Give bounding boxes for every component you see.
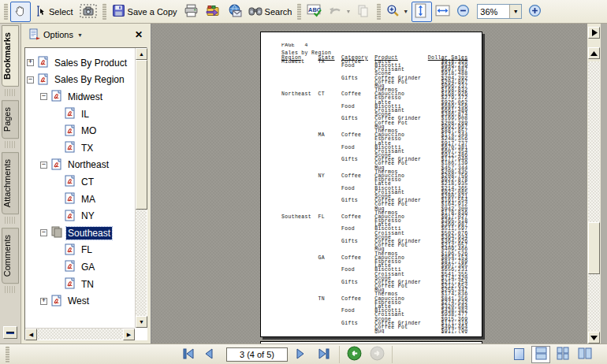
navigation-tabstrip: Bookmarks Pages Attachments Comments	[0, 24, 21, 344]
print-icon	[184, 4, 199, 19]
bookmark-item[interactable]: TX	[25, 139, 135, 157]
bookmark-item[interactable]: −Sales By Region	[25, 72, 135, 89]
bookmark-label[interactable]: TX	[80, 142, 95, 154]
bookmark-item[interactable]: CT	[25, 173, 135, 191]
bookmark-label[interactable]: Sales By Region	[53, 73, 126, 86]
single-page-button[interactable]	[509, 346, 528, 363]
zoom-tool-button[interactable]: ▼	[383, 2, 411, 22]
search-button[interactable]: Search	[245, 2, 296, 22]
undo-button[interactable]: ▼	[325, 2, 354, 22]
pdf-page-icon	[64, 243, 80, 257]
history-forward-icon	[370, 346, 385, 362]
tab-pages[interactable]: Pages	[2, 100, 19, 139]
scroll-left-button[interactable]: ◀	[25, 329, 37, 340]
select-tool-icon	[34, 5, 47, 19]
bookmark-label[interactable]: Midwest	[66, 91, 104, 103]
close-panel-button[interactable]: ✕	[132, 29, 146, 40]
bookmark-item[interactable]: −Northeast	[25, 157, 135, 174]
bookmark-item[interactable]: +Sales By Product	[25, 54, 135, 72]
scroll-down-button[interactable]	[588, 332, 600, 344]
bookmark-item[interactable]: +West	[25, 292, 135, 310]
zoom-out-button[interactable]	[453, 2, 474, 22]
options-button[interactable]: Options ▼	[26, 27, 86, 43]
bookmark-label[interactable]: TN	[80, 278, 95, 291]
next-page-button[interactable]	[292, 344, 313, 364]
print-button[interactable]	[181, 2, 202, 22]
collapse-icon[interactable]: −	[40, 229, 47, 236]
bookmarks-vscrollbar[interactable]: ▲ ▼	[135, 48, 147, 328]
export-button[interactable]	[202, 2, 224, 22]
fit-page-button[interactable]	[411, 2, 432, 22]
bookmark-label[interactable]: IL	[80, 108, 91, 121]
bookmark-label[interactable]: Northeast	[66, 158, 110, 171]
snapshot-tool-button[interactable]	[76, 2, 100, 22]
scrollbar-track[interactable]	[588, 61, 600, 331]
scroll-down-button[interactable]: ▼	[136, 316, 147, 328]
next-view-button[interactable]	[367, 344, 388, 364]
bookmark-label[interactable]: FL	[80, 243, 94, 256]
continuous-button[interactable]	[531, 346, 550, 363]
scroll-right-button[interactable]: ▶	[123, 329, 135, 340]
bookmark-item[interactable]: −Southeast	[25, 225, 135, 242]
scroll-up-button[interactable]: ▲	[136, 48, 147, 60]
bookmark-item[interactable]: MA	[25, 191, 135, 208]
scrollbar-thumb[interactable]	[588, 222, 600, 274]
collapse-icon[interactable]: −	[40, 93, 47, 100]
bookmark-item[interactable]: MO	[25, 122, 135, 139]
zoom-level-dropdown[interactable]: ▼	[509, 5, 521, 18]
tab-comments[interactable]: Comments	[2, 228, 19, 284]
pane-menu-button[interactable]	[588, 27, 600, 39]
continuous-facing-button[interactable]	[553, 346, 572, 363]
collapse-icon[interactable]: −	[27, 76, 34, 84]
bookmark-label[interactable]: Southeast	[66, 227, 112, 240]
top-toolbar: Select Save a Copy	[0, 0, 607, 24]
bookmark-item[interactable]: NY	[25, 207, 135, 225]
tab-attachments[interactable]: Attachments	[2, 152, 19, 214]
toolbar-separator	[339, 346, 340, 363]
previous-page-button[interactable]	[201, 344, 222, 364]
bookmark-label[interactable]: CT	[80, 176, 95, 188]
pdf-page-icon	[50, 90, 66, 103]
bookmark-item[interactable]: IL	[25, 106, 135, 123]
first-page-button[interactable]	[179, 344, 199, 364]
email-button[interactable]	[224, 2, 245, 22]
page-number-input[interactable]	[226, 347, 288, 362]
fit-height-icon	[415, 3, 426, 20]
bookmark-label[interactable]: Sales By Product	[53, 57, 128, 69]
copy-pages-button[interactable]	[354, 2, 374, 22]
history-back-icon	[347, 346, 362, 362]
select-tool-button[interactable]: Select	[31, 2, 76, 22]
previous-view-button[interactable]	[344, 344, 365, 364]
expand-icon[interactable]: +	[27, 59, 34, 66]
bookmark-tree-wrap: +Sales By Product−Sales By Region−Midwes…	[24, 47, 147, 340]
spellcheck-button[interactable]: ABC	[304, 2, 325, 22]
last-page-button[interactable]	[315, 344, 335, 364]
bookmark-item[interactable]: FL	[25, 242, 135, 259]
save-a-copy-button[interactable]: Save a Copy	[109, 2, 181, 22]
bookmarks-header: Options ▼ ✕	[21, 24, 151, 46]
bookmark-label[interactable]: MA	[80, 193, 97, 206]
zoom-level-input[interactable]	[478, 5, 509, 18]
search-label: Search	[265, 7, 292, 17]
bookmark-item[interactable]: GA	[25, 258, 135, 276]
bookmark-label[interactable]: NY	[80, 210, 96, 222]
pdf-page[interactable]: PAGE 4 Sales by Region Region State Cate…	[260, 32, 482, 337]
hand-tool-button[interactable]	[10, 2, 31, 22]
tab-bookmarks[interactable]: Bookmarks	[2, 25, 19, 87]
collapse-panel-button[interactable]	[3, 326, 17, 339]
fit-width-button[interactable]	[432, 2, 453, 22]
pdf-page-icon	[64, 141, 80, 154]
collapse-icon[interactable]: −	[40, 162, 47, 169]
bookmark-item[interactable]: TN	[25, 276, 135, 293]
facing-button[interactable]	[575, 346, 594, 363]
bookmark-label[interactable]: GA	[80, 261, 96, 273]
bookmarks-hscrollbar[interactable]: ◀ ▶	[25, 328, 135, 340]
scrollbar-thumb[interactable]	[136, 60, 147, 210]
document-vscrollbar[interactable]	[587, 24, 601, 344]
bookmark-item[interactable]: −Midwest	[25, 88, 135, 106]
expand-icon[interactable]: +	[40, 298, 47, 305]
zoom-in-button[interactable]	[525, 2, 546, 22]
scroll-up-button[interactable]	[588, 47, 600, 59]
bookmark-label[interactable]: MO	[80, 124, 98, 137]
bookmark-label[interactable]: West	[66, 295, 91, 307]
